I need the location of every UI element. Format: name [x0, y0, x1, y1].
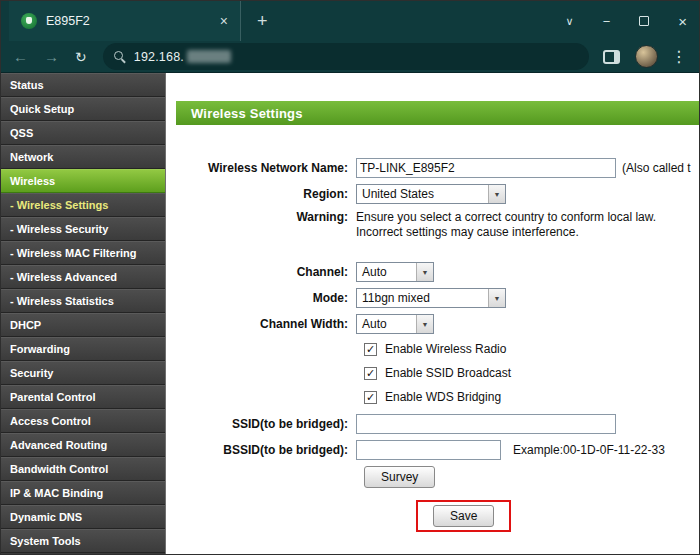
- channel-select[interactable]: Auto ▼: [356, 262, 434, 282]
- sidebar-menu: Status Quick Setup QSS Network Wireless …: [1, 73, 166, 554]
- ssid-bridge-input[interactable]: [356, 414, 616, 434]
- wireless-settings-form: Wireless Network Name: (Also called t Re…: [166, 125, 699, 532]
- browser-menu-icon[interactable]: ⋮: [671, 47, 687, 66]
- page-title: Wireless Settings: [176, 101, 699, 125]
- channel-width-selected-value: Auto: [357, 315, 416, 333]
- annotation-highlight-box: Save: [416, 500, 511, 532]
- sidebar-item-wireless-security[interactable]: - Wireless Security: [1, 217, 165, 241]
- channel-width-row: Channel Width: Auto ▼: [166, 314, 699, 334]
- sidebar-item-ip-mac-binding[interactable]: IP & MAC Binding: [1, 481, 165, 505]
- bssid-example-text: Example:00-1D-0F-11-22-33: [513, 443, 665, 457]
- minimize-button[interactable]: −: [603, 14, 611, 29]
- sidebar-item-security[interactable]: Security: [1, 361, 165, 385]
- enable-wds-bridging-label: Enable WDS Bridging: [385, 390, 501, 404]
- region-label: Region:: [166, 187, 356, 201]
- network-name-input[interactable]: [356, 158, 616, 178]
- bssid-bridge-label: BSSID(to be bridged):: [166, 443, 356, 457]
- enable-wireless-radio-label: Enable Wireless Radio: [385, 342, 506, 356]
- channel-row: Channel: Auto ▼: [166, 262, 699, 282]
- forward-icon[interactable]: →: [44, 48, 59, 65]
- bssid-bridge-row: BSSID(to be bridged): Example:00-1D-0F-1…: [166, 440, 699, 460]
- channel-width-select[interactable]: Auto ▼: [356, 314, 434, 334]
- browser-toolbar: ← → ↻ 192.168. ⋮: [1, 41, 699, 73]
- survey-button[interactable]: Survey: [364, 466, 435, 488]
- network-name-label: Wireless Network Name:: [166, 161, 356, 175]
- side-panel-icon[interactable]: [603, 50, 620, 64]
- mode-select[interactable]: 11bgn mixed ▼: [356, 288, 506, 308]
- router-admin-page: Status Quick Setup QSS Network Wireless …: [1, 73, 699, 554]
- sidebar-item-wireless-mac-filtering[interactable]: - Wireless MAC Filtering: [1, 241, 165, 265]
- survey-row: Survey: [364, 466, 699, 488]
- enable-wds-bridging-row: ✓ Enable WDS Bridging: [364, 390, 699, 404]
- enable-ssid-broadcast-checkbox[interactable]: ✓: [364, 367, 377, 380]
- dropdown-arrow-icon: ▼: [488, 289, 505, 307]
- warning-row: Warning: Ensure you select a correct cou…: [166, 210, 699, 240]
- enable-wds-bridging-checkbox[interactable]: ✓: [364, 391, 377, 404]
- sidebar-item-wireless-advanced[interactable]: - Wireless Advanced: [1, 265, 165, 289]
- save-row: Save: [166, 500, 699, 532]
- enable-ssid-broadcast-row: ✓ Enable SSID Broadcast: [364, 366, 699, 380]
- region-row: Region: United States ▼: [166, 184, 699, 204]
- mode-selected-value: 11bgn mixed: [357, 289, 488, 307]
- sidebar-item-access-control[interactable]: Access Control: [1, 409, 165, 433]
- browser-tab-bar: E895F2 × + ∨ − ×: [1, 1, 699, 41]
- region-select[interactable]: United States ▼: [356, 184, 506, 204]
- warning-line-2: Incorrect settings may cause interferenc…: [356, 225, 579, 239]
- search-icon: [114, 51, 126, 63]
- save-button[interactable]: Save: [433, 505, 494, 527]
- dropdown-arrow-icon: ▼: [488, 185, 505, 203]
- window-controls: ∨ − ×: [566, 13, 687, 30]
- sidebar-item-wireless[interactable]: Wireless: [1, 169, 165, 193]
- channel-width-label: Channel Width:: [166, 317, 356, 331]
- sidebar-item-bandwidth-control[interactable]: Bandwidth Control: [1, 457, 165, 481]
- maximize-button[interactable]: [639, 16, 649, 26]
- sidebar-item-status[interactable]: Status: [1, 73, 165, 97]
- main-content: Wireless Settings Wireless Network Name:…: [166, 73, 699, 554]
- enable-wireless-radio-row: ✓ Enable Wireless Radio: [364, 342, 699, 356]
- tab-favicon-icon: [21, 13, 37, 29]
- dropdown-arrow-icon: ▼: [416, 315, 433, 333]
- back-icon[interactable]: ←: [13, 48, 28, 65]
- address-bar[interactable]: 192.168.: [103, 43, 589, 70]
- sidebar-item-parental-control[interactable]: Parental Control: [1, 385, 165, 409]
- new-tab-button[interactable]: +: [257, 11, 268, 32]
- sidebar-item-quick-setup[interactable]: Quick Setup: [1, 97, 165, 121]
- sidebar-item-advanced-routing[interactable]: Advanced Routing: [1, 433, 165, 457]
- enable-wireless-radio-checkbox[interactable]: ✓: [364, 343, 377, 356]
- enable-ssid-broadcast-label: Enable SSID Broadcast: [385, 366, 511, 380]
- sidebar-item-wireless-statistics[interactable]: - Wireless Statistics: [1, 289, 165, 313]
- tab-search-chevron-icon[interactable]: ∨: [566, 15, 574, 28]
- ssid-bridge-row: SSID(to be bridged):: [166, 414, 699, 434]
- network-name-note: (Also called t: [622, 161, 691, 175]
- dropdown-arrow-icon: ▼: [416, 263, 433, 281]
- warning-label: Warning:: [166, 210, 356, 224]
- channel-label: Channel:: [166, 265, 356, 279]
- region-selected-value: United States: [357, 185, 488, 203]
- url-redacted-blur: [187, 50, 231, 63]
- sidebar-item-dynamic-dns[interactable]: Dynamic DNS: [1, 505, 165, 529]
- sidebar-item-qss[interactable]: QSS: [1, 121, 165, 145]
- browser-tab[interactable]: E895F2 ×: [9, 1, 241, 41]
- url-text: 192.168.: [134, 50, 184, 64]
- warning-line-1: Ensure you select a correct country to c…: [356, 210, 656, 224]
- ssid-bridge-label: SSID(to be bridged):: [166, 417, 356, 431]
- mode-label: Mode:: [166, 291, 356, 305]
- mode-row: Mode: 11bgn mixed ▼: [166, 288, 699, 308]
- tab-close-icon[interactable]: ×: [216, 13, 232, 29]
- channel-selected-value: Auto: [357, 263, 416, 281]
- sidebar-item-forwarding[interactable]: Forwarding: [1, 337, 165, 361]
- page-title-text: Wireless Settings: [191, 106, 303, 121]
- warning-text: Ensure you select a correct country to c…: [356, 210, 656, 240]
- tab-title: E895F2: [46, 14, 216, 28]
- network-name-row: Wireless Network Name: (Also called t: [166, 158, 699, 178]
- profile-avatar[interactable]: [635, 45, 658, 68]
- bssid-bridge-input[interactable]: [356, 440, 501, 460]
- refresh-icon[interactable]: ↻: [75, 49, 87, 65]
- close-button[interactable]: ×: [678, 13, 687, 30]
- sidebar-item-network[interactable]: Network: [1, 145, 165, 169]
- sidebar-item-dhcp[interactable]: DHCP: [1, 313, 165, 337]
- sidebar-item-system-tools[interactable]: System Tools: [1, 529, 165, 553]
- sidebar-item-wireless-settings[interactable]: - Wireless Settings: [1, 193, 165, 217]
